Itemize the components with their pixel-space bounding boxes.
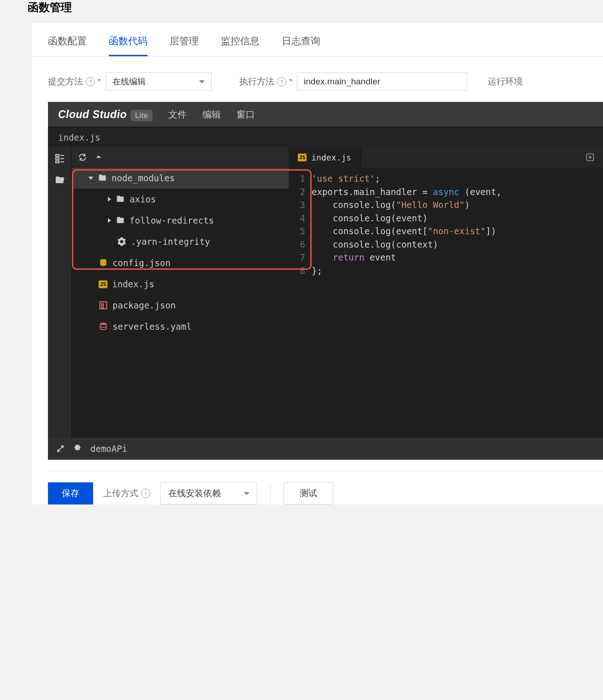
yaml-icon xyxy=(99,322,108,331)
caret-right-icon xyxy=(108,197,111,202)
tab-layer[interactable]: 层管理 xyxy=(170,35,199,56)
tabs: 函数配置 函数代码 层管理 监控信息 日志查询 xyxy=(32,23,603,57)
menu-edit[interactable]: 编辑 xyxy=(202,108,221,121)
svg-rect-0 xyxy=(56,154,59,156)
folder-icon xyxy=(116,195,125,204)
package-icon xyxy=(99,301,108,310)
tree-package-json[interactable]: package.json xyxy=(72,295,289,316)
menu-file[interactable]: 文件 xyxy=(168,108,187,121)
tree-label: node_modules xyxy=(112,173,175,183)
install-deps-select[interactable]: 在线安装依赖 xyxy=(160,482,257,504)
lite-badge: Lite xyxy=(130,110,153,121)
required-asterisk: * xyxy=(289,77,292,87)
add-tab-icon[interactable] xyxy=(577,153,603,162)
editor-tab-label: index.js xyxy=(311,153,351,162)
ide: Cloud StudioLite 文件 编辑 窗口 index.js xyxy=(48,102,603,460)
tree-yarn-integrity[interactable]: .yarn-integrity xyxy=(72,231,289,252)
divider xyxy=(270,484,271,503)
bottom-bar: 保存 上传方式 i 在线安装依赖 测试 xyxy=(48,471,603,504)
breadcrumb-file: index.js xyxy=(58,132,100,142)
save-button[interactable]: 保存 xyxy=(48,482,93,504)
submit-method-value: 在线编辑 xyxy=(112,76,146,87)
help-icon[interactable]: ? xyxy=(277,77,286,86)
svg-rect-8 xyxy=(102,304,103,309)
caret-right-icon xyxy=(108,218,111,223)
svg-rect-2 xyxy=(56,161,59,163)
submit-method-select[interactable]: 在线编辑 xyxy=(106,72,212,91)
tree-config-json[interactable]: config.json xyxy=(72,252,289,273)
folder-open-icon[interactable] xyxy=(55,175,65,185)
page-title: 函数管理 xyxy=(14,0,603,23)
tab-function-config[interactable]: 函数配置 xyxy=(48,35,87,56)
ide-iconbar xyxy=(48,147,72,438)
tree-label: .yarn-integrity xyxy=(131,237,210,247)
editor: JS index.js 12345678 'use strict'; expor… xyxy=(289,147,603,438)
code-lines[interactable]: 'use strict'; exports.main_handler = asy… xyxy=(312,172,603,277)
tree-label: package.json xyxy=(112,300,176,310)
ide-statusbar: demoAPi xyxy=(48,438,603,460)
tree-index-js[interactable]: JS index.js xyxy=(72,273,289,295)
ide-breadcrumb: index.js xyxy=(48,127,603,147)
editor-tab-index-js[interactable]: JS index.js xyxy=(289,147,361,167)
svg-rect-1 xyxy=(56,158,59,160)
caret-down-icon xyxy=(89,177,93,180)
tab-monitor[interactable]: 监控信息 xyxy=(221,35,260,56)
refresh-icon[interactable] xyxy=(78,153,87,161)
tree-label: serverless.yaml xyxy=(112,321,192,332)
ide-topbar: Cloud StudioLite 文件 编辑 窗口 xyxy=(48,102,603,127)
gutter: 12345678 xyxy=(289,172,312,277)
js-icon: JS xyxy=(99,280,107,288)
tree-axios[interactable]: axios xyxy=(72,189,289,210)
database-icon xyxy=(99,258,108,267)
exec-method-label: 执行方法 xyxy=(239,76,274,88)
chevron-down-icon xyxy=(199,80,205,83)
tree-follow-redirects[interactable]: follow-redirects xyxy=(72,210,289,231)
js-icon: JS xyxy=(298,154,307,161)
folder-icon xyxy=(116,216,125,225)
cloud-studio-logo: Cloud StudioLite xyxy=(58,108,153,121)
menu-window[interactable]: 窗口 xyxy=(236,108,255,121)
runtime-label: 运行环境 xyxy=(488,76,523,88)
chevron-down-icon xyxy=(244,492,249,495)
upload-method-link[interactable]: 上传方式 i xyxy=(103,487,150,499)
file-explorer: node_modules axios xyxy=(72,147,289,438)
puzzle-icon[interactable] xyxy=(73,444,82,453)
info-icon: i xyxy=(141,489,150,498)
svg-point-9 xyxy=(100,323,106,325)
folder-icon xyxy=(98,173,107,183)
collapse-icon[interactable] xyxy=(95,154,102,161)
tree-serverless-yaml[interactable]: serverless.yaml xyxy=(72,316,289,337)
tab-function-code[interactable]: 函数代码 xyxy=(109,35,148,56)
code-area[interactable]: 12345678 'use strict'; exports.main_hand… xyxy=(289,167,603,277)
submit-method-label: 提交方法 xyxy=(48,76,83,88)
tree-label: follow-redirects xyxy=(130,215,214,225)
tree-label: config.json xyxy=(112,258,171,268)
explorer-icon[interactable] xyxy=(54,153,65,164)
tab-log[interactable]: 日志查询 xyxy=(282,35,320,56)
test-button[interactable]: 测试 xyxy=(284,482,333,504)
required-asterisk: * xyxy=(98,77,101,87)
help-icon[interactable]: ? xyxy=(86,77,95,86)
status-project: demoAPi xyxy=(90,444,127,454)
gear-icon xyxy=(117,237,126,246)
tree-label: index.js xyxy=(112,279,154,289)
tree-node-modules[interactable]: node_modules xyxy=(72,167,289,189)
fullscreen-icon[interactable] xyxy=(56,445,65,453)
exec-method-input[interactable] xyxy=(297,72,467,91)
tree-label: axios xyxy=(130,194,156,204)
